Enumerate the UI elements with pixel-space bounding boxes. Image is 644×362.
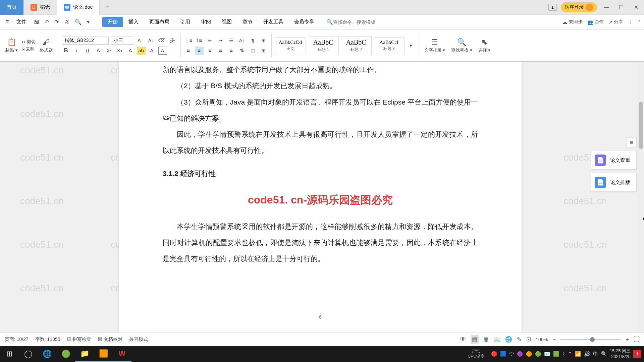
text-effect-button[interactable]: A	[126, 47, 135, 55]
bullets-button[interactable]: ⋮≡	[184, 37, 193, 45]
font-size-select[interactable]	[111, 37, 134, 45]
asian-layout-button[interactable]: ☰	[227, 37, 236, 45]
clear-format-icon[interactable]: ⌫	[158, 37, 166, 45]
strikethrough-button[interactable]: A̶	[94, 47, 103, 55]
tabs-button[interactable]: ⊞	[259, 37, 268, 45]
tray-icon[interactable]: 🛡	[509, 351, 514, 357]
print-preview-icon[interactable]: 🔍	[72, 19, 84, 25]
redo-icon[interactable]: ↷	[52, 19, 61, 25]
app1-icon[interactable]: 🟧	[94, 346, 113, 362]
border-button[interactable]: ⊞	[259, 47, 268, 55]
underline-button[interactable]: U	[83, 47, 92, 55]
volume-icon[interactable]: 🔊	[584, 351, 590, 357]
file-menu[interactable]: 文件	[12, 19, 31, 25]
fullscreen-icon[interactable]: ⛶	[634, 336, 639, 343]
phonetic-icon[interactable]: 拼	[168, 37, 177, 45]
tab-add[interactable]: +	[100, 3, 114, 11]
thesis-check-button[interactable]: 📄论文查重	[591, 151, 637, 170]
spell-check-button[interactable]: ☑ 拼写检查	[67, 337, 92, 343]
zoom-in-button[interactable]: +	[626, 336, 629, 343]
zoom-out-button[interactable]: −	[552, 336, 556, 343]
paste-button[interactable]: 粘贴 ▾	[5, 47, 18, 53]
bluetooth-icon[interactable]: ᛒ	[562, 351, 565, 357]
bold-button[interactable]: B	[62, 47, 70, 55]
doc-proof-button[interactable]: ☒ 文档校对	[98, 337, 122, 343]
menu-vip[interactable]: 会员专享	[289, 17, 320, 27]
pencil-icon[interactable]: ✎	[517, 336, 522, 343]
format-painter-button[interactable]: 格式刷	[40, 47, 53, 53]
vertical-scrollbar[interactable]	[638, 62, 644, 333]
wifi-icon[interactable]: 📶	[575, 351, 581, 357]
document-page[interactable]: 新的语言以及服务。整个系统带用户做了大部分不重要的琐碎的工作。 （2）基于 B/…	[119, 62, 522, 333]
menu-view[interactable]: 视图	[216, 17, 237, 27]
align-left-button[interactable]: ≡	[184, 47, 193, 55]
tray-icon[interactable]: 🟠	[526, 351, 532, 357]
more-icon[interactable]: ⋮	[628, 19, 633, 25]
tray-icon[interactable]: 🔴	[491, 351, 497, 357]
search-tray-icon[interactable]: 🔍	[601, 351, 607, 357]
notification-button[interactable]: 1	[633, 350, 641, 358]
highlight-button[interactable]: ab	[137, 47, 146, 55]
maximize-button[interactable]: ☐	[616, 4, 627, 10]
align-right-button[interactable]: ≡	[206, 47, 214, 55]
align-distribute-button[interactable]: ≡	[227, 47, 236, 55]
side-toggle-button[interactable]: ≡	[627, 137, 637, 147]
close-button[interactable]: ✕	[631, 4, 641, 10]
menu-insert[interactable]: 插入	[123, 17, 144, 27]
select-button[interactable]: 选择 ▾	[478, 47, 491, 53]
tab-document[interactable]: W论文.doc	[57, 0, 100, 15]
cortana-icon[interactable]: ◯	[19, 346, 38, 362]
tab-home[interactable]: 首页	[0, 0, 24, 15]
align-center-button[interactable]: ≡	[195, 47, 204, 55]
menu-dev[interactable]: 开发工具	[258, 17, 289, 27]
guest-login[interactable]: 访客登录	[561, 2, 597, 12]
command-search[interactable]	[333, 19, 393, 25]
menu-review[interactable]: 审阅	[196, 17, 216, 27]
thesis-layout-button[interactable]: 📄论文排版	[591, 173, 637, 192]
cpu-widget[interactable]: 77℃CPU温度	[468, 349, 484, 359]
increase-indent-button[interactable]: ⇥	[216, 37, 225, 45]
find-replace-button[interactable]: 查找替换 ▾	[451, 47, 472, 53]
qat-customize[interactable]: ▾	[84, 19, 92, 25]
undo-icon[interactable]: ↶	[42, 19, 52, 25]
print-icon[interactable]: 🖨	[61, 19, 72, 25]
font-family-select[interactable]	[62, 37, 109, 45]
view-page-icon[interactable]: ▤	[471, 335, 479, 344]
window-count[interactable]: 1	[548, 4, 557, 11]
show-marks-button[interactable]: ¶	[249, 37, 257, 45]
font-color-button[interactable]: A	[148, 47, 156, 55]
line-spacing-button[interactable]: ⇅	[238, 47, 247, 55]
save-icon[interactable]: 🖫	[31, 19, 42, 25]
menu-page-layout[interactable]: 页面布局	[144, 17, 175, 27]
ie-icon[interactable]: 🌐	[38, 346, 56, 362]
style-h3[interactable]: AaBbCcI标题 3	[374, 37, 405, 54]
tray-icon[interactable]: 🟢	[535, 351, 541, 357]
paste-icon[interactable]: 📋	[7, 38, 16, 47]
start-button[interactable]: ⊞	[0, 346, 19, 362]
zoom-level[interactable]: 100%	[536, 337, 548, 342]
styles-more-button[interactable]: ▾	[407, 42, 415, 50]
tray-up-icon[interactable]: ⌃	[568, 351, 572, 357]
subscript-button[interactable]: X₂	[115, 47, 124, 55]
find-icon[interactable]: 🔍	[457, 38, 466, 47]
page-indicator[interactable]: 页面: 10/27	[5, 337, 29, 343]
view-read-icon[interactable]: 📖	[493, 336, 500, 343]
increase-font-icon[interactable]: A↑	[136, 37, 145, 45]
settings-icon[interactable]: ⊡	[526, 336, 531, 343]
select-icon[interactable]: ⬉	[481, 38, 487, 47]
superscript-button[interactable]: X²	[105, 47, 113, 55]
menu-reference[interactable]: 引用	[175, 17, 196, 27]
format-painter-icon[interactable]: 🖌	[42, 38, 50, 47]
tray-icon[interactable]: 🟣	[517, 351, 523, 357]
italic-button[interactable]: I	[72, 47, 81, 55]
shading-button[interactable]: ◫	[249, 47, 257, 55]
minimize-button[interactable]: —	[601, 4, 612, 10]
style-body[interactable]: AaBbCcDd正文	[275, 37, 306, 54]
decrease-font-icon[interactable]: A↓	[147, 37, 156, 45]
explorer-icon[interactable]: 📁	[75, 346, 94, 362]
scrollbar-thumb[interactable]	[639, 102, 643, 149]
zoom-slider[interactable]	[560, 339, 621, 340]
view-web-icon[interactable]: 🌐	[505, 336, 512, 343]
view-outline-icon[interactable]: ▦	[483, 336, 489, 343]
wps-icon[interactable]: W	[113, 346, 131, 362]
